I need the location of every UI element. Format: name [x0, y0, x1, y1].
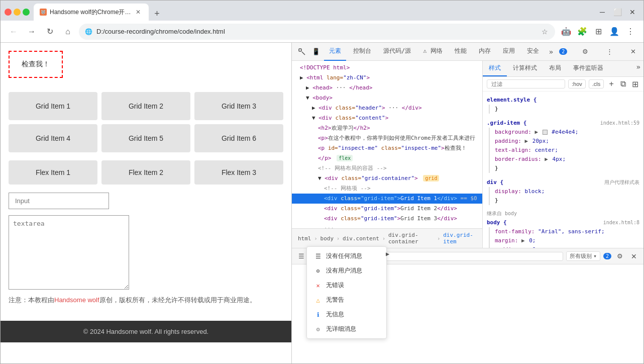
- browser-tab[interactable]: 🐺 Handsome wolf的Chrome开… ✕: [34, 4, 149, 21]
- breadcrumb-html[interactable]: html: [296, 234, 313, 243]
- devtools-console: ☰ ⊘ top ▾ 👁 所有级别 ▾ 2 ⚙ ✕: [292, 248, 643, 363]
- grid-container: Grid Item 1 Grid Item 2 Grid Item 3 Grid…: [9, 92, 283, 152]
- add-style-btn[interactable]: +: [607, 79, 616, 89]
- restore-btn[interactable]: ⬜: [610, 5, 624, 19]
- styles-tab-computed[interactable]: 计算样式: [507, 61, 543, 76]
- console-menu-errors[interactable]: ✕ 无错误: [307, 278, 386, 293]
- notice-text: 注意：本教程由Handsome wolf原创，版权所有，未经允许不得转载或用于商…: [9, 296, 283, 305]
- devtools-tab-performance[interactable]: 性能: [450, 43, 472, 61]
- close-btn[interactable]: ✕: [625, 5, 639, 19]
- style-source-body: index.html:8: [603, 218, 639, 227]
- styles-tab-event-listeners[interactable]: 事件监听器: [567, 61, 609, 76]
- breadcrumb-div-grid-container[interactable]: div.grid-container: [386, 231, 436, 246]
- home-btn[interactable]: ⌂: [61, 25, 75, 39]
- tree-comment-items[interactable]: <!-- 网格项 -->: [292, 184, 482, 194]
- breadcrumb-div-grid-item[interactable]: div.grid-item: [441, 231, 478, 246]
- devtools-tab-application[interactable]: 应用: [498, 43, 520, 61]
- forward-btn[interactable]: →: [25, 25, 39, 39]
- split-view-btn[interactable]: ⊞: [591, 25, 605, 39]
- tree-p-close[interactable]: </p> flex: [292, 153, 482, 163]
- tree-content-div[interactable]: ▼ <div class="content">: [292, 113, 482, 123]
- console-close-btn[interactable]: ✕: [628, 251, 639, 262]
- grid-item-4: Grid Item 4: [9, 124, 97, 152]
- tree-header-div[interactable]: ▶ <div class="header"> ··· </div>: [292, 103, 482, 113]
- minimize-window-btn[interactable]: [14, 9, 21, 16]
- elements-panel: <!DOCTYPE html> ▶ <html lang="zh-CN"> ▶ …: [292, 61, 483, 248]
- tree-grid-item-2[interactable]: <div class="grid-item">Grid Item 2</div>: [292, 204, 482, 214]
- console-menu-verbose-label: 无详细消息: [326, 325, 356, 333]
- tree-grid-container[interactable]: ▼ <div class="grid-container"> grid: [292, 173, 482, 184]
- devtools-tab-sources[interactable]: 源代码/源: [378, 43, 416, 61]
- console-menu-btn[interactable]: ☰: [296, 251, 307, 262]
- console-settings-btn[interactable]: ⚙: [614, 251, 625, 262]
- console-menu-warnings[interactable]: △ 无警告: [307, 293, 386, 307]
- maximize-window-btn[interactable]: [23, 9, 30, 16]
- breadcrumb-div-content[interactable]: div.content: [341, 234, 381, 243]
- color-swatch-bg: [543, 130, 548, 135]
- tree-comment-grid[interactable]: <!-- 网格布局的容器 -->: [292, 163, 482, 173]
- close-window-btn[interactable]: [5, 9, 12, 16]
- tab-bar: 🐺 Handsome wolf的Chrome开… ✕ +: [34, 4, 595, 21]
- hov-button[interactable]: :hov: [568, 79, 586, 88]
- tab-close-btn[interactable]: ✕: [134, 8, 143, 17]
- devtools-tab-memory[interactable]: 内存: [474, 43, 496, 61]
- devtools-device-btn[interactable]: 📱: [310, 46, 322, 58]
- menu-btn[interactable]: ⋮: [623, 25, 637, 39]
- tree-p1[interactable]: <p>在这个教程中，你将学到如何使用Chrome开发者工具来进行: [292, 133, 482, 143]
- styles-tab-more[interactable]: »: [633, 61, 643, 76]
- devtools-tab-network[interactable]: ⚠ 网络: [418, 43, 447, 61]
- style-selector-element: element.style {: [487, 97, 536, 103]
- cls-button[interactable]: .cls: [589, 79, 604, 88]
- console-menu-user[interactable]: ⊙ 没有用户消息: [307, 264, 386, 278]
- tree-grid-item-3[interactable]: <div class="grid-item">Grid Item 3</div>: [292, 214, 482, 224]
- address-text: D:/course-recording/chrome/code/index.ht…: [96, 28, 536, 35]
- tree-body[interactable]: ▼ <body>: [292, 93, 482, 103]
- console-menu-verbose[interactable]: ⚙ 无详细消息: [307, 322, 386, 336]
- tree-doctype[interactable]: <!DOCTYPE html>: [292, 63, 482, 73]
- reload-btn[interactable]: ↻: [43, 25, 57, 39]
- address-bar[interactable]: 🌐 D:/course-recording/chrome/code/index.…: [79, 24, 555, 40]
- html-tree: <!DOCTYPE html> ▶ <html lang="zh-CN"> ▶ …: [292, 61, 482, 228]
- profile-btn[interactable]: 👤: [607, 25, 621, 39]
- styles-tab-styles[interactable]: 样式: [483, 61, 507, 76]
- devtools-more-btn[interactable]: ⋮: [603, 46, 615, 58]
- tree-more-btn[interactable]: ···: [292, 224, 482, 228]
- style-rule-body: index.html:8 body { font-family: "Arial"…: [487, 218, 639, 248]
- inspect-me-btn[interactable]: 检查我！: [9, 51, 63, 78]
- issues-badge[interactable]: 2: [559, 48, 567, 55]
- tree-grid-item-1[interactable]: <div class="grid-item">Grid Item 1</div>…: [292, 194, 482, 204]
- console-level-dropdown[interactable]: 所有级别 ▾: [566, 251, 600, 261]
- new-tab-btn[interactable]: +: [150, 7, 164, 21]
- tree-head[interactable]: ▶ <head> ··· </head>: [292, 83, 482, 93]
- devtools-tab-console[interactable]: 控制台: [348, 43, 376, 61]
- add-style-btn3[interactable]: ⊞: [630, 79, 639, 89]
- devtools-tab-elements[interactable]: 元素: [324, 43, 346, 61]
- console-level-menu: ☰ 没有任何消息 ⊙ 没有用户消息 ✕ 无错误 △: [306, 264, 387, 339]
- devtools-tab-security[interactable]: 安全: [522, 43, 544, 61]
- add-style-btn2[interactable]: ⧉: [619, 79, 628, 89]
- extensions-btn[interactable]: 🧩: [575, 25, 589, 39]
- style-rule-grid-item: index.html:59 .grid-item { background: ▶…: [487, 119, 639, 173]
- devtools-inspect-btn[interactable]: [296, 46, 308, 58]
- breadcrumb-body[interactable]: body: [318, 234, 336, 243]
- input-field[interactable]: [9, 193, 109, 209]
- bookmark-btn[interactable]: ☆: [541, 27, 549, 37]
- ai-btn[interactable]: 🤖: [559, 25, 573, 39]
- minimize-btn[interactable]: ─: [595, 5, 609, 19]
- tree-p-inspect[interactable]: <p id="inspect-me" class="inspect-me">检查…: [292, 143, 482, 153]
- console-body: ☰ 没有任何消息 ⊙ 没有用户消息 ✕ 无错误 △: [292, 264, 643, 363]
- console-filter-input[interactable]: [363, 252, 564, 261]
- back-btn[interactable]: ←: [7, 25, 21, 39]
- devtools-more-tabs[interactable]: »: [546, 46, 556, 58]
- tree-h2[interactable]: <h2>欢迎学习</h2>: [292, 123, 482, 133]
- tree-html[interactable]: ▶ <html lang="zh-CN">: [292, 73, 482, 83]
- devtools-settings-btn[interactable]: ⚙: [579, 46, 591, 58]
- flex-item-1: Flex Item 1: [9, 160, 97, 185]
- styles-filter-input[interactable]: [487, 79, 565, 88]
- textarea-field[interactable]: [9, 215, 129, 290]
- console-issues-badge[interactable]: 2: [603, 253, 611, 259]
- console-menu-info[interactable]: ℹ 无信息: [307, 307, 386, 322]
- notice-link[interactable]: Handsome wolf: [54, 296, 99, 304]
- styles-tab-layout[interactable]: 布局: [543, 61, 567, 76]
- devtools-close-btn[interactable]: ✕: [627, 46, 639, 58]
